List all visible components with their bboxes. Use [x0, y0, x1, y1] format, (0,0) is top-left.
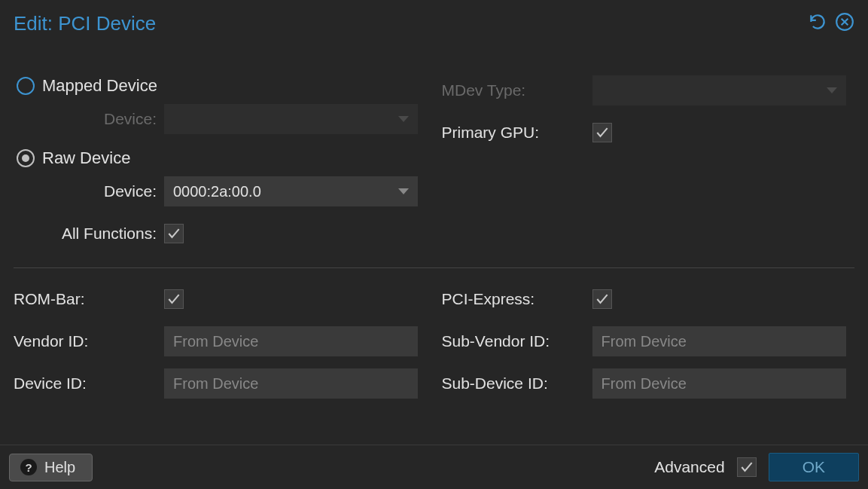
all-functions-row: All Functions:	[14, 218, 427, 249]
sub-device-id-label: Sub-Device ID:	[442, 374, 592, 393]
chevron-down-icon	[827, 87, 837, 93]
pci-express-row: PCI-Express:	[442, 283, 855, 315]
vendor-id-label: Vendor ID:	[14, 332, 164, 350]
footer: ? Help Advanced OK	[0, 445, 868, 489]
primary-gpu-label: Primary GPU:	[442, 124, 592, 142]
mapped-device-select-label: Device:	[14, 110, 164, 128]
mdev-type-label: MDev Type:	[442, 81, 592, 99]
pci-express-label: PCI-Express:	[442, 290, 592, 308]
help-icon: ?	[20, 459, 37, 475]
close-icon[interactable]	[835, 12, 854, 35]
pci-express-checkbox[interactable]	[592, 289, 612, 309]
sub-vendor-id-label: Sub-Vendor ID:	[442, 332, 592, 350]
mapped-device-select-row: Device:	[14, 103, 427, 135]
dialog-content: Mapped Device Device: Raw Device Device:	[0, 44, 868, 445]
raw-device-select-row: Device: 0000:2a:00.0	[14, 176, 427, 207]
raw-device-select-label: Device:	[14, 182, 164, 200]
raw-device-select-value: 0000:2a:00.0	[173, 183, 261, 200]
reset-icon[interactable]	[808, 12, 827, 35]
mdev-type-row: MDev Type:	[442, 75, 855, 106]
all-functions-label: All Functions:	[14, 225, 164, 243]
primary-gpu-checkbox[interactable]	[592, 123, 612, 142]
sub-vendor-id-row: Sub-Vendor ID:	[442, 325, 855, 357]
vendor-id-input[interactable]	[164, 326, 418, 356]
raw-device-label: Raw Device	[42, 148, 130, 168]
mdev-type-select	[592, 75, 846, 105]
right-column-top: MDev Type: Primary GPU:	[442, 75, 855, 260]
raw-device-row: Raw Device	[14, 148, 427, 168]
chevron-down-icon	[398, 116, 409, 122]
sub-device-id-row: Sub-Device ID:	[442, 368, 855, 399]
divider	[14, 267, 854, 268]
advanced-toggle-label: Advanced	[654, 458, 724, 476]
help-button[interactable]: ? Help	[9, 454, 93, 481]
device-id-label: Device ID:	[14, 374, 164, 393]
device-id-row: Device ID:	[14, 368, 427, 399]
advanced-right: PCI-Express: Sub-Vendor ID: Sub-Device I…	[442, 283, 855, 410]
raw-device-radio[interactable]	[17, 149, 35, 167]
vendor-id-row: Vendor ID:	[14, 325, 427, 357]
mapped-device-radio[interactable]	[17, 77, 35, 95]
help-button-label: Help	[44, 459, 75, 476]
raw-device-select[interactable]: 0000:2a:00.0	[164, 176, 418, 206]
footer-right: Advanced OK	[654, 453, 859, 481]
device-id-input[interactable]	[164, 368, 418, 399]
sub-device-id-input[interactable]	[592, 368, 846, 399]
all-functions-checkbox[interactable]	[164, 224, 184, 243]
sub-vendor-id-input[interactable]	[592, 326, 846, 356]
primary-gpu-row: Primary GPU:	[442, 117, 855, 148]
rom-bar-label: ROM-Bar:	[14, 290, 164, 308]
mapped-device-label: Mapped Device	[42, 76, 157, 96]
mapped-device-select	[164, 104, 418, 134]
dialog-title: Edit: PCI Device	[14, 12, 156, 35]
ok-button[interactable]: OK	[769, 453, 859, 481]
mapped-device-row: Mapped Device	[14, 76, 427, 96]
title-controls	[808, 12, 854, 35]
advanced-left: ROM-Bar: Vendor ID: Device ID:	[14, 283, 427, 410]
titlebar: Edit: PCI Device	[0, 0, 868, 44]
chevron-down-icon	[398, 188, 409, 194]
advanced-toggle-checkbox[interactable]	[737, 457, 757, 477]
rom-bar-row: ROM-Bar:	[14, 283, 427, 315]
left-column: Mapped Device Device: Raw Device Device:	[14, 75, 427, 260]
rom-bar-checkbox[interactable]	[164, 289, 184, 309]
